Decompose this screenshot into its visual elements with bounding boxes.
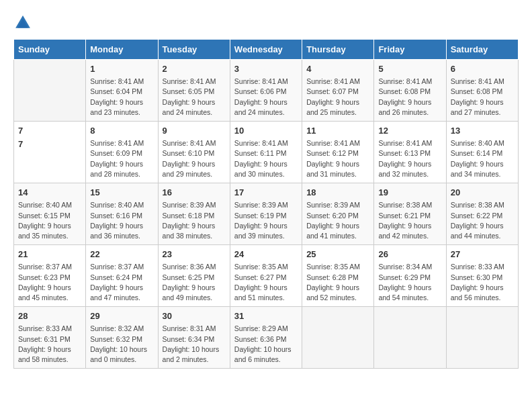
calendar-cell: [446, 307, 518, 369]
calendar-cell: 15Sunrise: 8:40 AM Sunset: 6:16 PM Dayli…: [86, 183, 158, 245]
day-info: Sunrise: 8:41 AM Sunset: 6:06 PM Dayligh…: [234, 77, 298, 118]
calendar-cell: 3Sunrise: 8:41 AM Sunset: 6:06 PM Daylig…: [230, 60, 302, 122]
day-info: Sunrise: 8:40 AM Sunset: 6:14 PM Dayligh…: [451, 138, 514, 179]
day-info: Sunrise: 8:41 AM Sunset: 6:12 PM Dayligh…: [306, 138, 369, 179]
calendar-cell: 11Sunrise: 8:41 AM Sunset: 6:12 PM Dayli…: [302, 122, 374, 183]
day-info: Sunrise: 8:41 AM Sunset: 6:10 PM Dayligh…: [163, 138, 226, 179]
header-friday: Friday: [374, 40, 446, 60]
day-number: 7: [18, 138, 81, 150]
day-number: 14: [18, 187, 81, 199]
header-wednesday: Wednesday: [230, 40, 302, 60]
calendar-week-row: 14Sunrise: 8:40 AM Sunset: 6:15 PM Dayli…: [14, 183, 519, 245]
day-number: 22: [90, 248, 153, 261]
logo: [13, 13, 35, 32]
day-number: 24: [234, 248, 298, 261]
day-number: 29: [90, 310, 153, 322]
day-info: Sunrise: 8:33 AM Sunset: 6:30 PM Dayligh…: [451, 262, 514, 303]
day-number: 9: [163, 125, 226, 137]
day-number: 8: [90, 125, 153, 137]
day-number: 3: [234, 63, 298, 75]
day-info: Sunrise: 8:41 AM Sunset: 6:05 PM Dayligh…: [163, 77, 226, 118]
calendar-cell: 12Sunrise: 8:41 AM Sunset: 6:13 PM Dayli…: [374, 122, 446, 183]
calendar-cell: 26Sunrise: 8:34 AM Sunset: 6:29 PM Dayli…: [374, 245, 446, 307]
day-number: 28: [18, 310, 81, 322]
calendar-week-row: 1Sunrise: 8:41 AM Sunset: 6:04 PM Daylig…: [14, 60, 519, 122]
day-number: 15: [90, 187, 153, 199]
day-info: Sunrise: 8:39 AM Sunset: 6:18 PM Dayligh…: [163, 200, 226, 241]
calendar-cell: 9Sunrise: 8:41 AM Sunset: 6:10 PM Daylig…: [158, 122, 230, 183]
day-info: Sunrise: 8:41 AM Sunset: 6:04 PM Dayligh…: [90, 77, 153, 118]
calendar-cell: 17Sunrise: 8:39 AM Sunset: 6:19 PM Dayli…: [230, 183, 302, 245]
day-number: 5: [378, 63, 441, 75]
page-header: [13, 13, 519, 32]
day-number: 11: [306, 125, 369, 137]
day-number: 19: [378, 187, 441, 199]
day-info: Sunrise: 8:32 AM Sunset: 6:32 PM Dayligh…: [90, 324, 153, 365]
calendar-table: SundayMondayTuesdayWednesdayThursdayFrid…: [13, 39, 519, 369]
day-info: Sunrise: 8:37 AM Sunset: 6:24 PM Dayligh…: [90, 262, 153, 303]
day-info: Sunrise: 8:41 AM Sunset: 6:08 PM Dayligh…: [451, 77, 514, 118]
calendar-week-row: 778Sunrise: 8:41 AM Sunset: 6:09 PM Dayl…: [14, 122, 519, 183]
day-info: Sunrise: 8:36 AM Sunset: 6:25 PM Dayligh…: [163, 262, 226, 303]
day-number: 2: [163, 63, 226, 75]
day-info: Sunrise: 8:31 AM Sunset: 6:34 PM Dayligh…: [163, 324, 226, 365]
calendar-cell: 30Sunrise: 8:31 AM Sunset: 6:34 PM Dayli…: [158, 307, 230, 369]
calendar-cell: 19Sunrise: 8:38 AM Sunset: 6:21 PM Dayli…: [374, 183, 446, 245]
header-tuesday: Tuesday: [158, 40, 230, 60]
day-info: Sunrise: 8:39 AM Sunset: 6:19 PM Dayligh…: [234, 200, 298, 241]
calendar-cell: [374, 307, 446, 369]
day-info: Sunrise: 8:41 AM Sunset: 6:11 PM Dayligh…: [234, 138, 298, 179]
calendar-cell: 23Sunrise: 8:36 AM Sunset: 6:25 PM Dayli…: [158, 245, 230, 307]
day-info: Sunrise: 8:35 AM Sunset: 6:27 PM Dayligh…: [234, 262, 298, 303]
day-number: 7: [18, 125, 81, 137]
calendar-cell: 10Sunrise: 8:41 AM Sunset: 6:11 PM Dayli…: [230, 122, 302, 183]
day-info: Sunrise: 8:41 AM Sunset: 6:13 PM Dayligh…: [378, 138, 441, 179]
day-number: 25: [306, 248, 369, 261]
day-number: 21: [18, 248, 81, 261]
calendar-cell: 20Sunrise: 8:38 AM Sunset: 6:22 PM Dayli…: [446, 183, 518, 245]
day-info: Sunrise: 8:35 AM Sunset: 6:28 PM Dayligh…: [306, 262, 369, 303]
day-number: 23: [163, 248, 226, 261]
day-number: 1: [90, 63, 153, 75]
calendar-cell: 5Sunrise: 8:41 AM Sunset: 6:08 PM Daylig…: [374, 60, 446, 122]
logo-icon: [13, 13, 32, 32]
day-info: Sunrise: 8:37 AM Sunset: 6:23 PM Dayligh…: [18, 262, 81, 303]
calendar-cell: 4Sunrise: 8:41 AM Sunset: 6:07 PM Daylig…: [302, 60, 374, 122]
calendar-week-row: 28Sunrise: 8:33 AM Sunset: 6:31 PM Dayli…: [14, 307, 519, 369]
calendar-cell: 31Sunrise: 8:29 AM Sunset: 6:36 PM Dayli…: [230, 307, 302, 369]
day-info: Sunrise: 8:40 AM Sunset: 6:15 PM Dayligh…: [18, 200, 81, 241]
calendar-cell: 8Sunrise: 8:41 AM Sunset: 6:09 PM Daylig…: [86, 122, 158, 183]
calendar-cell: 28Sunrise: 8:33 AM Sunset: 6:31 PM Dayli…: [14, 307, 86, 369]
day-number: 18: [306, 187, 369, 199]
day-number: 30: [163, 310, 226, 322]
calendar-cell: 18Sunrise: 8:39 AM Sunset: 6:20 PM Dayli…: [302, 183, 374, 245]
day-number: 12: [378, 125, 441, 137]
header-sunday: Sunday: [14, 40, 86, 60]
calendar-cell: 1Sunrise: 8:41 AM Sunset: 6:04 PM Daylig…: [86, 60, 158, 122]
day-number: 26: [378, 248, 441, 261]
header-thursday: Thursday: [302, 40, 374, 60]
day-number: 17: [234, 187, 298, 199]
day-info: Sunrise: 8:38 AM Sunset: 6:22 PM Dayligh…: [451, 200, 514, 241]
day-info: Sunrise: 8:38 AM Sunset: 6:21 PM Dayligh…: [378, 200, 441, 241]
calendar-cell: 77: [14, 122, 86, 183]
calendar-cell: [14, 60, 86, 122]
calendar-cell: 27Sunrise: 8:33 AM Sunset: 6:30 PM Dayli…: [446, 245, 518, 307]
day-number: 10: [234, 125, 298, 137]
day-number: 27: [451, 248, 514, 261]
calendar-cell: 29Sunrise: 8:32 AM Sunset: 6:32 PM Dayli…: [86, 307, 158, 369]
calendar-cell: 6Sunrise: 8:41 AM Sunset: 6:08 PM Daylig…: [446, 60, 518, 122]
calendar-week-row: 21Sunrise: 8:37 AM Sunset: 6:23 PM Dayli…: [14, 245, 519, 307]
day-info: Sunrise: 8:39 AM Sunset: 6:20 PM Dayligh…: [306, 200, 369, 241]
day-number: 6: [451, 63, 514, 75]
calendar-cell: 13Sunrise: 8:40 AM Sunset: 6:14 PM Dayli…: [446, 122, 518, 183]
calendar-cell: 22Sunrise: 8:37 AM Sunset: 6:24 PM Dayli…: [86, 245, 158, 307]
day-info: Sunrise: 8:40 AM Sunset: 6:16 PM Dayligh…: [90, 200, 153, 241]
calendar-cell: [302, 307, 374, 369]
day-number: 31: [234, 310, 298, 322]
day-number: 13: [451, 125, 514, 137]
calendar-cell: 24Sunrise: 8:35 AM Sunset: 6:27 PM Dayli…: [230, 245, 302, 307]
calendar-cell: 14Sunrise: 8:40 AM Sunset: 6:15 PM Dayli…: [14, 183, 86, 245]
day-number: 20: [451, 187, 514, 199]
calendar-cell: 25Sunrise: 8:35 AM Sunset: 6:28 PM Dayli…: [302, 245, 374, 307]
